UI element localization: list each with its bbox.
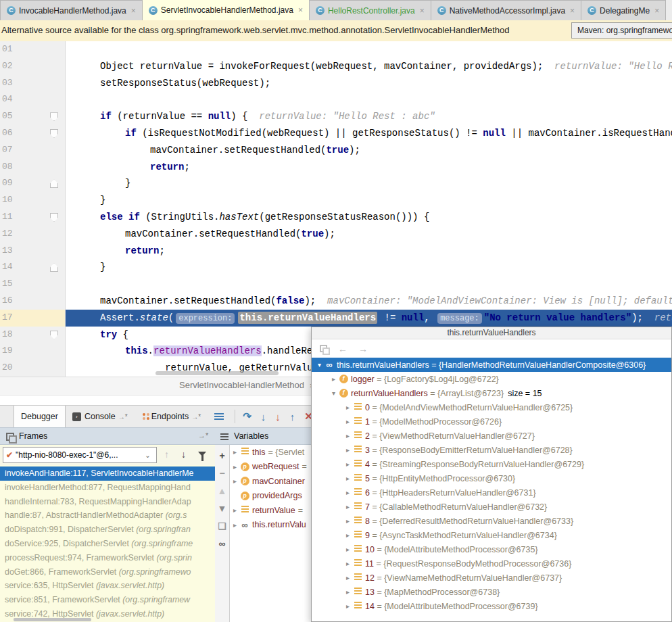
code-text[interactable] xyxy=(66,91,672,108)
watch-tree-row[interactable]: ▸12 = {ViewNameMethodReturnValueHandler@… xyxy=(312,571,671,585)
scroll-down-icon[interactable]: ▼ xyxy=(218,503,227,521)
frame-row[interactable]: service:851, FrameworkServlet (org.sprin… xyxy=(0,593,215,607)
popup-title[interactable]: this.returnValueHandlers xyxy=(312,327,671,339)
back-icon[interactable]: ← xyxy=(338,343,347,354)
expand-chevron-icon[interactable]: ▸ xyxy=(230,448,240,456)
watch-tree-row[interactable]: ▸3 = {ResponseBodyEmitterReturnValueHand… xyxy=(312,443,671,457)
code-line[interactable]: 02Object returnValue = invokeForRequest(… xyxy=(0,58,672,75)
watch-tree-row[interactable]: ▸13 = {MapMethodProcessor@6738} xyxy=(312,585,671,599)
tab-close-icon[interactable]: × xyxy=(131,6,136,16)
frame-down-icon[interactable]: ↓ xyxy=(181,449,186,460)
expand-chevron-icon[interactable]: ▸ xyxy=(343,503,353,510)
watch-tree-row[interactable]: ▸8 = {DeferredResultMethodReturnValueHan… xyxy=(312,514,671,528)
debug-tab-debugger[interactable]: Debugger xyxy=(14,406,66,428)
code-line[interactable]: 01 xyxy=(0,41,672,58)
code-text[interactable]: setResponseStatus(webRequest); xyxy=(66,75,672,92)
frame-row[interactable]: handle:87, AbstractHandlerMethodAdapter … xyxy=(0,508,215,523)
fold-marker-icon[interactable] xyxy=(50,331,58,339)
editor-tab[interactable]: CHelloRestController.java× xyxy=(309,0,431,20)
code-text[interactable] xyxy=(66,41,672,58)
editor-tab[interactable]: CDelegatingMe× xyxy=(581,0,666,20)
watch-tree-row[interactable]: ▸1 = {ModelMethodProcessor@6726} xyxy=(312,414,671,429)
editor-tab[interactable]: CServletInvocableHandlerMethod.java× xyxy=(142,0,310,20)
expand-chevron-icon[interactable]: ▸ xyxy=(343,560,353,567)
expand-chevron-icon[interactable]: ▸ xyxy=(230,463,240,471)
code-line[interactable]: 07mavContainer.setRequestHandled(true); xyxy=(0,142,672,159)
watch-tree-row[interactable]: ▸2 = {ViewMethodReturnValueHandler@6727} xyxy=(312,429,671,443)
force-step-into-icon[interactable]: ↓ xyxy=(275,411,281,423)
watch-tree-row[interactable]: ▸7 = {CallableMethodReturnValueHandler@6… xyxy=(312,500,671,514)
code-line[interactable]: 04 xyxy=(0,91,672,108)
inspect-icon[interactable] xyxy=(320,345,327,352)
step-out-icon[interactable]: ↑ xyxy=(290,411,295,423)
expand-chevron-icon[interactable]: ▾ xyxy=(314,361,325,368)
thread-chevron-icon[interactable]: ⌄ xyxy=(143,452,153,459)
code-text[interactable]: else if (StringUtils.hasText(getResponse… xyxy=(66,209,672,226)
frame-up-icon[interactable]: ↑ xyxy=(164,449,169,460)
fold-marker-icon[interactable] xyxy=(50,213,58,222)
expand-chevron-icon[interactable]: ▸ xyxy=(230,521,240,529)
watch-tree-row[interactable]: ▸4 = {StreamingResponseBodyReturnValueHa… xyxy=(312,457,671,471)
expand-chevron-icon[interactable]: ▸ xyxy=(343,404,353,411)
editor-tab[interactable]: CInvocableHandlerMethod.java× xyxy=(0,0,143,20)
frames-filter-icon[interactable] xyxy=(198,452,206,456)
code-text[interactable]: mavContainer.setRequestHandled(false); m… xyxy=(66,293,672,310)
watch-tree-row[interactable]: ▸9 = {AsyncTaskMethodReturnValueHandler@… xyxy=(312,528,671,542)
debug-tab-endpoints[interactable]: Endpoints→* xyxy=(135,406,208,427)
breadcrumb-item-class[interactable]: ServletInvocableHandlerMethod xyxy=(179,380,304,390)
step-over-icon[interactable]: ↷ xyxy=(243,410,251,423)
expand-chevron-icon[interactable]: ▸ xyxy=(329,375,339,383)
watch-tree-row[interactable]: ▸6 = {HttpHeadersReturnValueHandler@6731… xyxy=(312,485,671,500)
code-line[interactable]: 06if (isRequestNotModified(webRequest) |… xyxy=(0,125,672,142)
code-line[interactable]: 13return; xyxy=(0,243,672,260)
code-text[interactable]: return; xyxy=(66,243,672,260)
watch-tree-row[interactable]: ▸11 = {RequestResponseBodyMethodProcesso… xyxy=(312,556,671,571)
code-text[interactable]: mavContainer.setRequestHandled(true); xyxy=(66,226,672,243)
frame-row[interactable]: handleInternal:783, RequestMappingHandle… xyxy=(0,495,215,509)
code-line[interactable]: 05if (returnValue == null) { returnValue… xyxy=(0,108,672,125)
code-text[interactable]: } xyxy=(66,175,672,192)
code-line[interactable]: 12mavContainer.setRequestHandled(true); xyxy=(0,226,672,243)
frames-hscrollbar[interactable] xyxy=(14,618,91,621)
watch-tree-row[interactable]: ▸0 = {ModelAndViewMethodReturnValueHandl… xyxy=(312,400,671,414)
watch-tree-row[interactable]: ▸14 = {ModelAttributeMethodProcessor@673… xyxy=(312,599,671,613)
watch-tree-row[interactable]: ▸10 = {ModelAttributeMethodProcessor@673… xyxy=(312,542,671,556)
frame-row[interactable]: doGet:866, FrameworkServlet (org.springf… xyxy=(0,565,215,579)
code-line[interactable]: 15 xyxy=(0,276,672,293)
frame-row[interactable]: doDispatch:991, DispatcherServlet (org.s… xyxy=(0,523,215,537)
fold-marker-icon[interactable] xyxy=(50,112,58,121)
code-line[interactable]: 03setResponseStatus(webRequest); xyxy=(0,75,672,92)
watch-tree-row[interactable]: ▾freturnValueHandlers = {ArrayList@6723}… xyxy=(312,386,671,400)
code-text[interactable]: if (returnValue == null) { returnValue: … xyxy=(66,108,672,125)
expand-chevron-icon[interactable]: ▸ xyxy=(343,531,353,539)
expand-chevron-icon[interactable]: ▸ xyxy=(343,432,353,439)
expand-chevron-icon[interactable]: ▸ xyxy=(343,602,353,610)
code-line[interactable]: 10} xyxy=(0,192,672,209)
code-line[interactable]: 09} xyxy=(0,175,672,192)
code-text[interactable]: } xyxy=(66,192,672,209)
copy-icon[interactable]: ❏ xyxy=(218,521,226,538)
frame-row[interactable]: service:635, HttpServlet (javax.servlet.… xyxy=(0,579,215,593)
editor-hscrollbar[interactable] xyxy=(155,371,279,375)
frame-row[interactable]: doService:925, DispatcherServlet (org.sp… xyxy=(0,537,215,551)
code-text[interactable]: Object returnValue = invokeForRequest(we… xyxy=(66,58,672,75)
editor-tab[interactable]: CNativeMethodAccessorImpl.java× xyxy=(431,0,581,20)
maven-source-button[interactable]: Maven: org.springframework:sprin xyxy=(571,22,672,39)
code-line[interactable]: 08return; xyxy=(0,159,672,176)
expand-chevron-icon[interactable]: ▸ xyxy=(230,506,240,514)
expand-chevron-icon[interactable]: ▸ xyxy=(343,446,353,454)
code-text[interactable]: Assert.state(expression:this.returnValue… xyxy=(66,310,672,327)
expand-chevron-icon[interactable]: ▸ xyxy=(230,477,240,485)
expand-chevron-icon[interactable]: ▸ xyxy=(343,517,353,525)
frame-row[interactable]: invokeAndHandle:117, ServletInvocableHan… xyxy=(0,466,215,481)
expand-chevron-icon[interactable]: ▾ xyxy=(329,389,339,397)
frames-pin-icon[interactable]: →* xyxy=(198,431,208,439)
watch-tree-row[interactable]: ▸5 = {HttpEntityMethodProcessor@6730} xyxy=(312,471,671,485)
pin-icon[interactable]: →* xyxy=(118,413,128,421)
remove-icon[interactable]: − xyxy=(219,468,224,485)
forward-icon[interactable]: → xyxy=(358,343,368,354)
tab-close-icon[interactable]: × xyxy=(570,6,575,16)
frame-row[interactable]: processRequest:974, FrameworkServlet (or… xyxy=(0,551,215,565)
code-text[interactable]: if (isRequestNotModified(webRequest) || … xyxy=(66,125,672,142)
expand-chevron-icon[interactable]: ▸ xyxy=(343,574,353,581)
